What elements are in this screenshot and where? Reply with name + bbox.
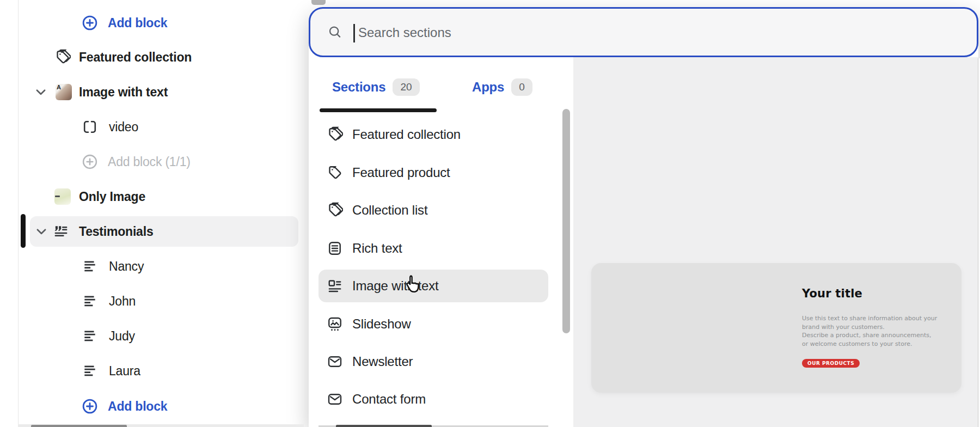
tab-sections-label: Sections	[332, 80, 385, 95]
section-option-image-with-text[interactable]: Image with text	[318, 270, 548, 302]
envelope-icon	[327, 391, 343, 407]
section-tree-sidebar: Add block Featured collection A Image wi…	[0, 0, 309, 427]
tags-icon	[327, 202, 343, 218]
sections-list: Featured collection Featured product Col…	[309, 113, 573, 427]
envelope-icon	[327, 353, 343, 370]
sidebar-item-image-with-text[interactable]: A Image with text	[0, 77, 305, 107]
circle-plus-icon	[82, 398, 98, 414]
section-label: Only Image	[79, 190, 145, 204]
quote-icon	[53, 223, 69, 240]
align-left-icon	[82, 294, 97, 309]
section-option-label: Image with text	[352, 278, 438, 294]
image-text-layout-icon	[327, 278, 343, 294]
section-option-label: Collection list	[352, 203, 427, 218]
preview-body-text: Use this text to share information about…	[802, 314, 938, 348]
section-label: Image with text	[79, 85, 168, 100]
list-next-row-cutoff	[336, 425, 432, 427]
text-caret	[353, 24, 355, 42]
frame-brackets-icon	[82, 119, 97, 135]
list-scrollbar-thumb[interactable]	[562, 109, 570, 333]
section-option-newsletter[interactable]: Newsletter	[318, 345, 548, 378]
image-with-text-preview-card: Your title Use this text to share inform…	[591, 263, 961, 393]
search-sections-box[interactable]	[309, 7, 978, 57]
block-label: Nancy	[109, 259, 144, 274]
block-label: Judy	[109, 329, 135, 344]
section-option-label: Contact form	[352, 392, 426, 407]
section-option-rich-text[interactable]: Rich text	[318, 232, 548, 265]
align-left-icon	[82, 363, 97, 379]
preview-our-products-button: OUR PRODUCTS	[802, 359, 860, 368]
sidebar-item-john[interactable]: John	[0, 286, 305, 316]
search-icon	[328, 25, 342, 40]
block-label: video	[109, 120, 138, 135]
tags-icon	[327, 126, 343, 143]
add-block-disabled-label: Add block (1/1)	[108, 155, 191, 169]
section-option-label: Rich text	[352, 241, 402, 256]
selected-indicator-bar	[21, 214, 26, 248]
tag-icon	[327, 164, 343, 181]
document-text-icon	[327, 240, 343, 257]
section-option-label: Featured product	[352, 165, 450, 180]
section-option-collection-list[interactable]: Collection list	[318, 194, 548, 227]
sidebar-add-block-top[interactable]: Add block	[0, 8, 305, 38]
sidebar-item-nancy[interactable]: Nancy	[0, 251, 305, 282]
section-option-contact-form[interactable]: Contact form	[318, 383, 548, 416]
active-tab-underline	[320, 108, 437, 112]
theme-editor-screen: Add block Featured collection A Image wi…	[0, 0, 980, 427]
section-option-featured-collection[interactable]: Featured collection	[318, 118, 548, 151]
align-left-icon	[82, 328, 97, 344]
chevron-down-icon[interactable]	[34, 85, 48, 99]
circle-plus-icon	[82, 15, 98, 31]
align-left-icon	[82, 259, 97, 274]
image-with-text-thumbnail: A	[56, 84, 72, 100]
add-block-label: Add block	[108, 399, 167, 414]
tab-apps-count-badge: 0	[511, 78, 532, 96]
preview-paragraph: Use this text to share information about…	[802, 314, 938, 331]
add-section-dialog: Sections 20 Apps 0 Featured collection	[309, 7, 978, 427]
slideshow-icon	[327, 316, 343, 332]
section-option-label: Newsletter	[352, 354, 413, 369]
sidebar-next-row-cutoff	[31, 425, 127, 427]
tab-sections[interactable]: Sections 20	[332, 63, 420, 112]
scrollbar-nub[interactable]	[311, 0, 326, 5]
chevron-down-icon[interactable]	[34, 224, 48, 239]
tab-apps-label: Apps	[472, 80, 504, 95]
add-block-label: Add block	[108, 16, 167, 30]
section-label: Featured collection	[79, 50, 192, 65]
search-input[interactable]	[357, 11, 904, 54]
block-label: Laura	[109, 364, 140, 379]
circle-plus-icon	[82, 154, 98, 170]
block-label: John	[109, 294, 136, 309]
sidebar-item-video[interactable]: video	[0, 112, 305, 142]
sidebar-add-block-disabled: Add block (1/1)	[0, 147, 305, 177]
section-option-label: Featured collection	[352, 127, 461, 142]
dialog-tabbar: Sections 20 Apps 0	[309, 57, 573, 114]
tags-icon	[54, 49, 71, 65]
section-option-label: Slideshow	[352, 316, 411, 332]
sidebar-add-block-bottom[interactable]: Add block	[0, 391, 305, 422]
sidebar-item-testimonials[interactable]: Testimonials	[30, 216, 298, 247]
sidebar-item-only-image[interactable]: Only Image	[0, 181, 305, 212]
preview-paragraph: Describe a product, share announcements,…	[802, 331, 938, 348]
preview-title: Your title	[802, 287, 862, 300]
sidebar-item-laura[interactable]: Laura	[0, 356, 305, 386]
sidebar-item-judy[interactable]: Judy	[0, 321, 305, 351]
window-right-edge	[978, 58, 980, 427]
tab-sections-count-badge: 20	[393, 78, 419, 96]
section-preview-pane: Your title Use this text to share inform…	[573, 57, 978, 427]
sidebar-item-featured-collection[interactable]: Featured collection	[0, 42, 305, 72]
section-option-slideshow[interactable]: Slideshow	[318, 308, 548, 340]
section-option-featured-product[interactable]: Featured product	[318, 156, 548, 189]
tab-apps[interactable]: Apps 0	[472, 63, 532, 112]
only-image-thumbnail	[54, 188, 71, 205]
section-label: Testimonials	[79, 224, 154, 239]
